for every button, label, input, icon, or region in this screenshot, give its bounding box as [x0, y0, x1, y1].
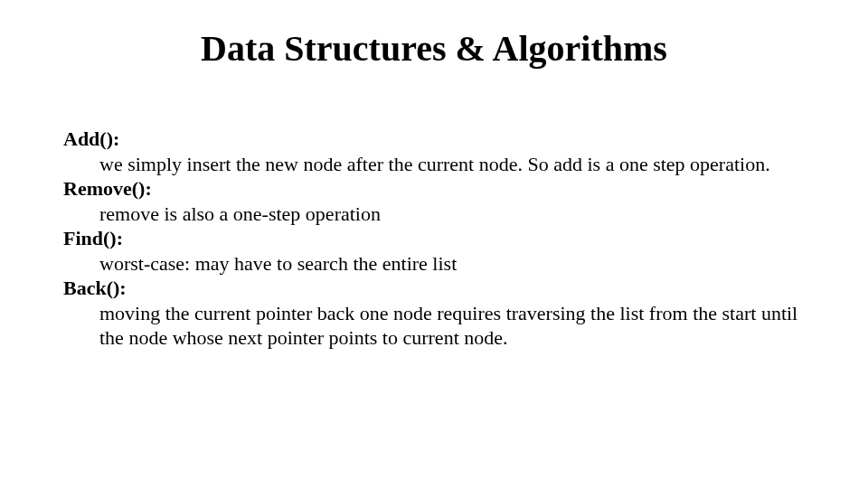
- term-description: remove is also a one-step operation: [99, 202, 805, 227]
- term-label: Remove():: [63, 176, 805, 202]
- slide: Data Structures & Algorithms Add(): we s…: [0, 0, 868, 488]
- definition-item: Find(): worst-case: may have to search t…: [63, 226, 805, 276]
- term-label: Find():: [63, 226, 805, 251]
- slide-title: Data Structures & Algorithms: [0, 27, 868, 70]
- definition-item: Add(): we simply insert the new node aft…: [63, 127, 805, 176]
- term-description: moving the current pointer back one node…: [99, 301, 805, 351]
- definition-item: Remove(): remove is also a one-step oper…: [63, 176, 805, 226]
- definition-item: Back(): moving the current pointer back …: [63, 276, 805, 351]
- slide-body: Add(): we simply insert the new node aft…: [63, 127, 805, 351]
- term-label: Add():: [63, 127, 805, 152]
- term-description: worst-case: may have to search the entir…: [99, 251, 805, 277]
- term-label: Back():: [63, 276, 805, 301]
- term-description: we simply insert the new node after the …: [99, 152, 805, 177]
